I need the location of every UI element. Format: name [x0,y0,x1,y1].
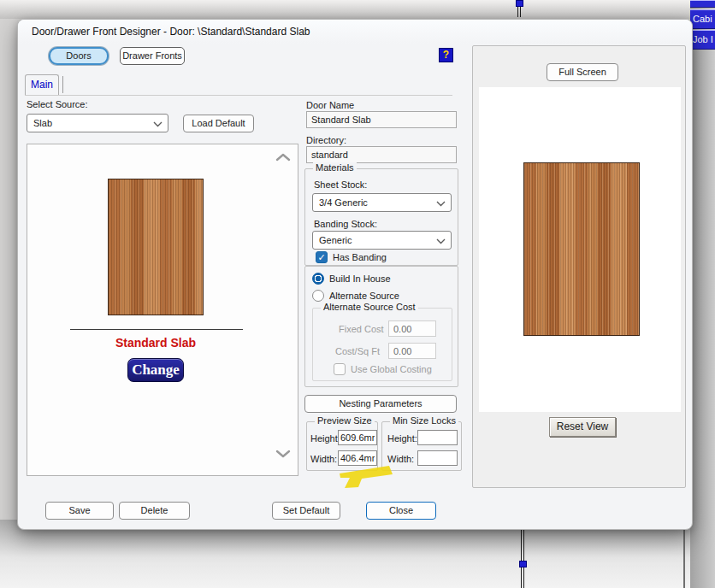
chevron-down-icon [153,121,162,127]
banding-stock-value: Generic [319,235,352,245]
source-select-value: Slab [33,118,52,128]
tab-separator [62,76,63,93]
nesting-parameters-button[interactable]: Nesting Parameters [304,395,457,413]
banding-stock-select[interactable]: Generic [312,231,452,250]
viewer-panel: Full Screen Reset View [472,45,686,488]
min-height-label: Height: [387,433,417,444]
door-style-preview-panel: Standard Slab Change [27,144,298,476]
cost-per-sqft-label: Cost/Sq Ft [335,346,380,356]
load-default-button[interactable]: Load Default [183,115,254,132]
alternate-source-cost-group: Alternate Source Cost Fixed Cost Cost/Sq… [312,308,452,381]
min-width-field[interactable] [417,450,458,466]
chevron-down-icon [436,201,446,207]
delete-button[interactable]: Delete [119,502,190,520]
door-3d-viewport[interactable] [479,87,681,412]
door-3d-view-image [523,162,640,336]
has-banding-label: Has Banding [333,252,387,262]
source-select[interactable]: Slab [27,114,168,132]
select-source-label: Select Source: [27,99,88,109]
window-title: Door/Drawer Front Designer - Door: \Stan… [32,26,310,38]
background-right-column: Cabi Job I [690,0,715,588]
door-preview-image [108,179,204,315]
banding-stock-label: Banding Stock: [314,219,377,229]
panel-divider [683,528,685,588]
radio-unselected-icon [312,290,324,302]
close-button[interactable]: Close [366,502,436,520]
build-in-house-label: Build In House [329,273,391,284]
door-style-caption: Standard Slab [27,336,284,350]
min-width-label: Width: [387,454,414,464]
sourcing-group: Build In House Alternate Source Alternat… [304,266,458,387]
use-global-costing-checkbox[interactable]: Use Global Costing [334,363,432,375]
splitter-handle[interactable] [516,0,523,7]
materials-group: Materials Sheet Stock: 3/4 Generic Bandi… [304,168,458,266]
alternate-source-radio[interactable]: Alternate Source [312,290,399,302]
fixed-cost-field[interactable] [388,320,436,337]
drawer-fronts-button[interactable]: Drawer Fronts [120,47,185,65]
caption-divider [70,329,243,330]
background-top-strip [0,0,715,19]
chevron-down-icon [436,238,446,244]
set-default-button[interactable]: Set Default [272,502,340,520]
sheet-stock-value: 3/4 Generic [319,197,368,208]
tab-strip-line [25,95,452,96]
alternate-source-label: Alternate Source [329,291,399,301]
checkbox-checked-icon: ✓ [316,251,328,263]
doors-button[interactable]: Doors [49,47,109,65]
background-bottom-area [0,520,715,588]
door-name-label: Door Name [306,100,354,110]
fixed-cost-label: Fixed Cost [339,324,384,334]
preview-width-field[interactable] [338,450,377,466]
scroll-up-icon[interactable] [275,153,291,163]
preview-height-label: Height: [310,433,340,444]
help-icon[interactable]: ? [439,48,453,62]
splitter-line [521,528,522,588]
sheet-stock-select[interactable]: 3/4 Generic [312,193,452,212]
sheet-stock-label: Sheet Stock: [314,179,367,190]
checkbox-unchecked-icon [334,363,346,375]
preview-size-legend: Preview Size [315,415,375,426]
background-job-button[interactable]: Job I [690,30,715,50]
min-height-field[interactable] [417,430,458,445]
change-button[interactable]: Change [127,358,184,382]
preview-width-label: Width: [310,454,337,464]
preview-size-group: Preview Size Height: Width: [306,421,378,471]
radio-selected-icon [312,273,324,285]
reset-view-button[interactable]: Reset View [549,417,616,437]
use-global-costing-label: Use Global Costing [351,364,432,374]
has-banding-checkbox[interactable]: ✓ Has Banding [316,251,387,263]
directory-label: Directory: [306,135,346,145]
preview-height-field[interactable] [338,430,377,445]
min-size-locks-legend: Min Size Locks [390,415,458,426]
screen: Cabi Job I Door/Drawer Front Designer - … [0,0,715,588]
background-tab-button[interactable] [690,0,715,8]
alternate-source-cost-legend: Alternate Source Cost [321,302,418,312]
save-button[interactable]: Save [45,502,114,520]
door-designer-dialog: Door/Drawer Front Designer - Door: \Stan… [17,19,693,530]
min-size-locks-group: Min Size Locks Height: Width: [381,421,462,471]
splitter-handle[interactable] [519,561,527,567]
scroll-down-icon[interactable] [275,450,291,460]
materials-legend: Materials [313,162,357,173]
tab-main[interactable]: Main [25,74,59,95]
cost-per-sqft-field[interactable] [388,343,436,359]
door-name-field[interactable] [306,111,457,128]
splitter-line [523,528,524,588]
build-in-house-radio[interactable]: Build In House [312,273,391,285]
background-cabinet-button[interactable]: Cabi [690,9,715,29]
directory-field[interactable] [306,146,457,163]
full-screen-button[interactable]: Full Screen [547,63,618,81]
